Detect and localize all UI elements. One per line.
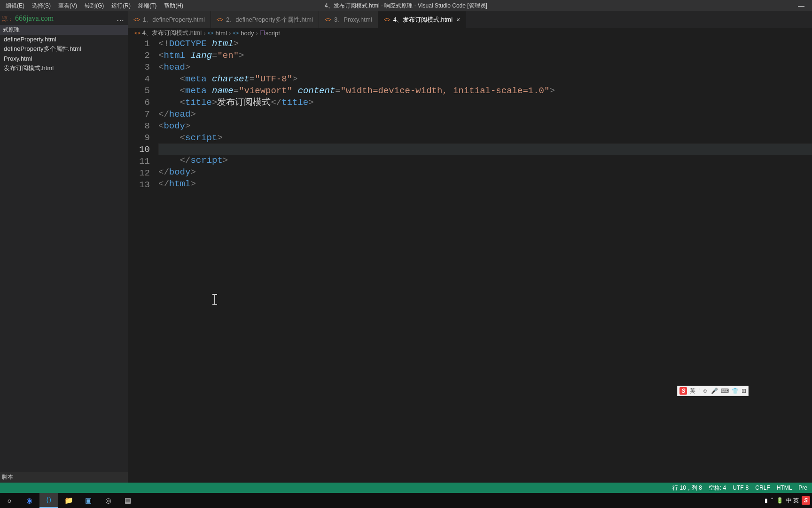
notepad-icon[interactable]: ▤ — [118, 493, 137, 508]
file-item[interactable]: defineProperty多个属性.html — [0, 44, 128, 54]
menu-item[interactable]: 选择(S) — [28, 2, 55, 10]
menu-item[interactable]: 编辑(E) — [2, 2, 28, 10]
menu-item[interactable]: 终端(T) — [134, 2, 160, 10]
sogou-tray-icon[interactable]: S — [802, 496, 810, 505]
tray-battery-icon[interactable]: ▮ — [765, 497, 768, 504]
code-line[interactable]: </html> — [158, 178, 812, 190]
code-line[interactable]: </body> — [158, 167, 812, 178]
file-item[interactable]: 发布订阅模式.html — [0, 63, 128, 73]
workbench: 源：666java.com ⋯ 式原理 defineProperty.htmld… — [0, 11, 812, 483]
html-file-icon: <> — [384, 16, 390, 23]
breadcrumb-body[interactable]: body — [241, 30, 254, 37]
tray-battery-icon[interactable]: 🔋 — [776, 497, 783, 504]
ime-keyboard-icon[interactable]: ⌨ — [721, 388, 729, 394]
line-number: 12 — [128, 167, 150, 179]
ime-toggle-icon[interactable]: ' — [698, 388, 699, 394]
obs-icon[interactable]: ◎ — [99, 493, 117, 508]
ime-skin-icon[interactable]: 👕 — [732, 388, 739, 394]
window-controls: — — [790, 0, 812, 11]
ime-lang[interactable]: 英 — [690, 387, 695, 395]
symbol-icon: ❒ — [260, 30, 265, 37]
code-line[interactable]: <head> — [158, 62, 812, 73]
tab-label: 4、发布订阅模式.html — [393, 16, 453, 24]
explorer-section-header[interactable]: 式原理 — [0, 25, 128, 35]
minimize-button[interactable]: — — [790, 0, 812, 11]
chevron-right-icon: › — [256, 30, 258, 37]
breadcrumb-file[interactable]: 4、发布订阅模式.html — [142, 29, 202, 37]
menu-item[interactable]: 运行(R) — [108, 2, 134, 10]
statusbar: 行 10，列 8 空格: 4 UTF-8 CRLF HTML Pre — [0, 483, 812, 493]
close-icon[interactable]: × — [456, 16, 460, 24]
breadcrumb-script[interactable]: script — [265, 30, 280, 37]
breadcrumb-html[interactable]: html — [215, 30, 227, 37]
file-item[interactable]: defineProperty.html — [0, 35, 128, 44]
menu-item[interactable]: 转到(G) — [81, 2, 108, 10]
menu-item[interactable]: 帮助(H) — [160, 2, 187, 10]
line-number: 8 — [128, 120, 150, 132]
outline-section[interactable]: 脚本 — [0, 472, 128, 483]
html-file-icon: <> — [134, 30, 141, 36]
editor-tab[interactable]: <>3、Proxy.html — [319, 11, 378, 28]
code-line[interactable]: <title>发布订阅模式</title> — [158, 97, 812, 109]
file-item[interactable]: Proxy.html — [0, 54, 128, 63]
tray-chevron-up-icon[interactable]: ˄ — [771, 497, 773, 504]
line-number: 4 — [128, 73, 150, 85]
menu-item[interactable]: 查看(V) — [55, 2, 81, 10]
status-pre[interactable]: Pre — [798, 484, 807, 491]
ime-mic-icon[interactable]: 🎤 — [711, 388, 718, 394]
menubar: 编辑(E)选择(S)查看(V)转到(G)运行(R)终端(T)帮助(H) 4、发布… — [0, 0, 812, 11]
code-line[interactable]: <body> — [158, 120, 812, 132]
line-number-gutter: 12345678910111213 — [128, 38, 158, 483]
ellipsis-icon[interactable]: ⋯ — [117, 16, 124, 25]
line-number: 5 — [128, 85, 150, 97]
line-number: 10 — [128, 144, 150, 156]
line-number: 2 — [128, 50, 150, 62]
chevron-right-icon: › — [229, 30, 231, 37]
html-file-icon: <> — [133, 16, 140, 23]
code-line[interactable]: <meta charset="UTF-8"> — [158, 73, 812, 85]
tab-label: 3、Proxy.html — [334, 16, 372, 24]
tab-label: 1、defineProperty.html — [143, 16, 205, 24]
status-encoding[interactable]: UTF-8 — [733, 484, 749, 491]
editor-tab[interactable]: <>4、发布订阅模式.html× — [378, 11, 467, 28]
status-lang[interactable]: HTML — [777, 484, 792, 491]
code-line[interactable]: <!DOCTYPE html> — [158, 38, 812, 50]
minimap[interactable] — [805, 38, 812, 483]
ime-emoji-icon[interactable]: ☺ — [703, 388, 708, 394]
html-file-icon: <> — [325, 16, 331, 23]
status-eol[interactable]: CRLF — [755, 484, 770, 491]
editor-region: <>1、defineProperty.html<>2、definePropert… — [128, 11, 812, 483]
code-line[interactable]: </script> — [158, 155, 812, 167]
line-number: 1 — [128, 38, 150, 50]
code-editor[interactable]: 12345678910111213 <!DOCTYPE html><html l… — [128, 38, 812, 483]
code-line[interactable] — [158, 143, 812, 155]
code-content[interactable]: <!DOCTYPE html><html lang="en"><head> <m… — [158, 38, 812, 483]
system-tray[interactable]: ▮ ˄ 🔋 中 英 S — [765, 496, 812, 505]
symbol-icon: <> — [233, 30, 239, 36]
code-line[interactable]: </head> — [158, 109, 812, 120]
ime-tool-icon[interactable]: ⊞ — [742, 388, 746, 394]
editor-tab[interactable]: <>1、defineProperty.html — [128, 11, 211, 28]
editor-tab[interactable]: <>2、defineProperty多个属性.html — [211, 11, 319, 28]
code-line[interactable]: <html lang="en"> — [158, 50, 812, 62]
breadcrumb[interactable]: <> 4、发布订阅模式.html › <> html › <> body › ❒… — [128, 28, 812, 38]
code-line[interactable]: <meta name="viewport" content="width=dev… — [158, 85, 812, 97]
line-number: 7 — [128, 109, 150, 120]
vscode-icon[interactable]: ⟨⟩ — [39, 493, 58, 508]
tray-ime-text[interactable]: 中 英 — [786, 497, 799, 505]
windows-taskbar: ○ ◉ ⟨⟩ 📁 ▣ ◎ ▤ ▮ ˄ 🔋 中 英 S — [0, 493, 812, 508]
powershell-icon[interactable]: ▣ — [79, 493, 98, 508]
cortana-icon[interactable]: ○ — [0, 493, 19, 508]
chrome-icon[interactable]: ◉ — [20, 493, 39, 508]
code-line[interactable]: <script> — [158, 132, 812, 144]
ime-panel[interactable]: S 英 ' ☺ 🎤 ⌨ 👕 ⊞ — [677, 386, 749, 396]
line-number: 3 — [128, 62, 150, 73]
html-file-icon: <> — [217, 16, 223, 23]
watermark-prefix: 源： — [2, 16, 13, 22]
status-spaces[interactable]: 空格: 4 — [709, 484, 726, 492]
symbol-icon: <> — [208, 30, 214, 36]
status-ln-col[interactable]: 行 10，列 8 — [672, 484, 702, 492]
file-explorer-icon[interactable]: 📁 — [59, 493, 78, 508]
watermark: 源：666java.com — [0, 11, 128, 25]
line-number: 9 — [128, 132, 150, 144]
